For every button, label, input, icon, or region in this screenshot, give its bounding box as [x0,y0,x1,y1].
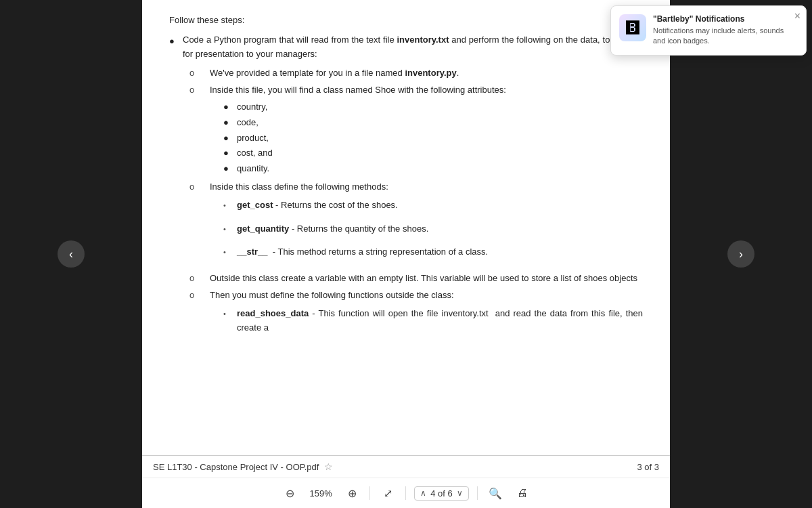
separator-3 [477,486,478,500]
sub-prefix-3: o [189,180,210,194]
bookmark-icon[interactable]: ☆ [324,461,333,472]
zoom-out-button[interactable]: ⊖ [280,484,299,503]
sub-item-2: o Inside this file, you will find a clas… [189,83,643,177]
sub-prefix-2: o [189,83,210,98]
sub-prefix-4: o [189,272,210,286]
attributes-list: ● country, ● code, ● product, [223,100,643,176]
method-read-shoes: • read_shoes_data - This function will o… [223,307,643,335]
right-arrow-icon: › [739,247,743,261]
zoom-level-display: 159% [307,488,334,499]
separator-1 [369,486,370,500]
get-cost-label: get_cost [237,200,273,210]
main-content-area: Follow these steps: ● Code a Python prog… [142,0,670,508]
pdf-toolbar: SE L1T30 - Capstone Project IV - OOP.pdf… [142,455,670,508]
prev-page-button[interactable]: ‹ [58,240,85,268]
print-button[interactable]: 🖨 [513,484,532,503]
pdf-filename-area: SE L1T30 - Capstone Project IV - OOP.pdf… [153,461,333,472]
separator-2 [405,486,406,500]
sub-item-4: o Outside this class create a variable w… [189,272,643,286]
inventory-py-bold: inventory.py [405,68,456,78]
notification-body: Notifications may include alerts, sounds… [653,26,798,47]
sub-content-4: Outside this class create a variable wit… [210,272,643,286]
sub-content-1: We've provided a template for you in a f… [210,66,643,81]
sub-content-2: Inside this file, you will find a class … [210,83,643,177]
method-get-quantity: • get_quantity - Returns the quantity of… [223,222,643,236]
search-button[interactable]: 🔍 [486,484,505,503]
sub-list: o We've provided a template for you in a… [189,66,643,344]
main-bullet-item: ● Code a Python program that will read f… [169,33,643,62]
page-down-arrow[interactable]: ∨ [457,488,463,498]
page-nav-control: ∧ 4 of 6 ∨ [414,486,469,501]
attr-quantity: ● quantity. [223,162,643,176]
sub-prefix-1: o [189,66,210,81]
notification-popup: 🅱 "Bartleby" Notifications Notifications… [610,5,807,56]
str-label: __str__ [237,247,268,257]
print-icon: 🖨 [517,487,528,499]
pdf-page: Follow these steps: ● Code a Python prog… [142,0,670,455]
main-bullet-text: Code a Python program that will read fro… [183,33,643,62]
steps-header: Follow these steps: [169,14,643,28]
page-nav-display: 4 of 6 [430,488,453,499]
pdf-content-area: Follow these steps: ● Code a Python prog… [142,0,670,455]
method-str: • __str__ - This method returns a string… [223,245,643,259]
notification-text-area: "Bartleby" Notifications Notifications m… [653,14,798,47]
attr-code: ● code, [223,116,643,130]
attr-cost: ● cost, and [223,146,643,161]
right-panel: › [670,0,812,508]
attr-country: ● country, [223,100,643,114]
search-icon: 🔍 [489,487,502,500]
functions-list: • read_shoes_data - This function will o… [223,307,643,335]
inventory-txt-bold: inventory.txt [397,35,449,45]
bartleby-icon: 🅱 [626,20,639,36]
sub-prefix-5: o [189,289,210,303]
method-get-cost: • get_cost - Returns the cost of the sho… [223,198,643,213]
sub-item-3: o Inside this class define the following… [189,180,643,269]
zoom-in-button[interactable]: ⊕ [342,484,361,503]
attr-product: ● product, [223,131,643,146]
fit-icon: ⤢ [384,487,392,500]
page-count-label: 3 of 3 [637,462,659,472]
next-page-button[interactable]: › [727,240,754,268]
notification-app-icon: 🅱 [619,14,646,41]
pdf-filename-label: SE L1T30 - Capstone Project IV - OOP.pdf [153,462,319,472]
page-up-arrow[interactable]: ∧ [420,488,426,498]
sub-item-1: o We've provided a template for you in a… [189,66,643,81]
methods-list: • get_cost - Returns the cost of the sho… [223,198,643,259]
notification-title: "Bartleby" Notifications [653,14,798,24]
get-quantity-label: get_quantity [237,224,289,234]
toolbar-bottom-row: ⊖ 159% ⊕ ⤢ ∧ 4 of 6 ∨ 🔍 🖨 [142,478,670,508]
toolbar-top-row: SE L1T30 - Capstone Project IV - OOP.pdf… [142,456,670,478]
notification-close-button[interactable]: × [794,10,800,22]
zoom-plus-icon: ⊕ [348,487,357,500]
read-shoes-label: read_shoes_data [237,308,309,318]
left-panel: ‹ [0,0,142,508]
zoom-minus-icon: ⊖ [286,487,294,500]
sub-content-3: Inside this class define the following m… [210,180,643,269]
bullet-dot: ● [169,35,183,49]
left-arrow-icon: ‹ [69,247,73,261]
sub-item-5: o Then you must define the following fun… [189,289,643,344]
fit-page-button[interactable]: ⤢ [378,484,397,503]
sub-content-5: Then you must define the following funct… [210,289,643,344]
